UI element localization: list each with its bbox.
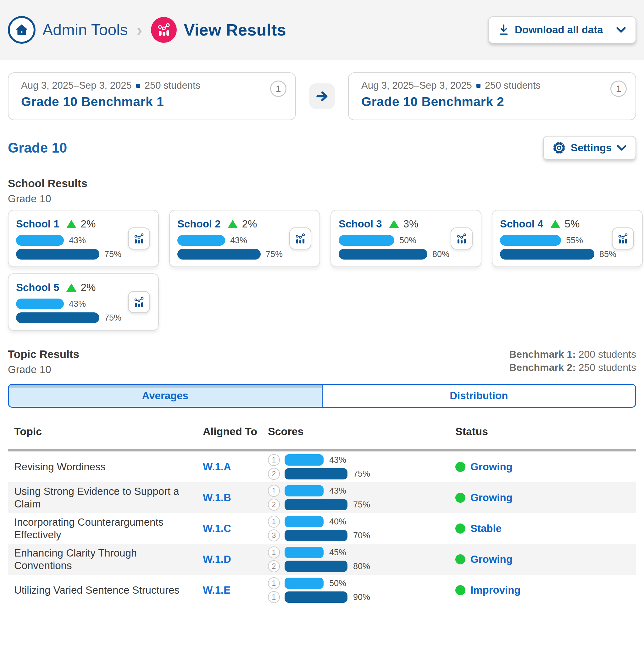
school-chart-button[interactable] xyxy=(289,227,311,249)
school-card: School 1 2% 43% 75% xyxy=(8,210,159,267)
score-number-badge: 1 xyxy=(268,516,280,527)
column-header-status: Status xyxy=(455,425,636,437)
score-bar xyxy=(284,547,324,558)
score-bar xyxy=(284,591,347,603)
benchmark-from-card[interactable]: Aug 3, 2025–Sep 3, 2025 250 students Gra… xyxy=(8,72,296,120)
scores-cell: 1 43% 2 75% xyxy=(268,451,455,482)
benchmark1-score-line: 1 43% xyxy=(268,454,455,466)
school-chart-button[interactable] xyxy=(451,227,473,249)
score-bar xyxy=(284,530,347,541)
score-number-badge: 1 xyxy=(268,454,280,466)
compare-arrow-button[interactable] xyxy=(309,83,335,109)
status-label[interactable]: Growing xyxy=(470,492,512,504)
benchmark1-bar-label: 43% xyxy=(69,299,86,309)
score-number-badge: 2 xyxy=(268,468,280,480)
trend-up-icon xyxy=(389,220,399,228)
score-value-label: 90% xyxy=(353,592,370,602)
status-label[interactable]: Stable xyxy=(470,523,502,535)
status-dot-icon xyxy=(455,523,465,534)
bar-line-chart-icon xyxy=(294,232,307,245)
table-header-row: Topic Aligned To Scores Status xyxy=(8,422,636,441)
status-label[interactable]: Growing xyxy=(470,461,512,473)
school-change-value: 5% xyxy=(565,218,580,230)
status-cell: Stable xyxy=(455,523,636,535)
settings-button[interactable]: Settings xyxy=(543,136,636,160)
score-bar xyxy=(284,561,347,572)
aligned-to-link[interactable]: W.1.C xyxy=(203,523,268,535)
status-label[interactable]: Growing xyxy=(470,554,512,565)
bar-line-chart-icon xyxy=(455,232,468,245)
view-results-page: Admin Tools › View Results xyxy=(0,0,644,655)
breadcrumb-admin-tools-link[interactable]: Admin Tools xyxy=(43,21,128,39)
topic-cell: Incorporating Counterarguments Effective… xyxy=(14,516,203,541)
benchmark1-bar-label: 43% xyxy=(69,235,86,245)
table-row: Utilizing Varied Sentence Structures W.1… xyxy=(8,575,636,606)
benchmark2-score-line: 3 70% xyxy=(268,529,455,541)
benchmark2-bar-label: 80% xyxy=(432,249,450,259)
school-chart-button[interactable] xyxy=(128,291,150,313)
status-label[interactable]: Improving xyxy=(470,584,521,596)
download-all-data-button[interactable]: Download all data xyxy=(488,16,636,43)
benchmark2-count-value: 250 students xyxy=(579,362,636,373)
arrow-right-icon xyxy=(315,89,329,104)
grade-header-row: Grade 10 Settings xyxy=(8,136,636,160)
school-card: School 2 2% 43% 75% xyxy=(169,210,320,267)
school-results-title: School Results xyxy=(8,177,636,190)
topic-cell: Enhancing Clarity Through Conventions xyxy=(14,547,203,572)
school-change-value: 2% xyxy=(81,281,96,294)
benchmark1-score-line: 1 43% xyxy=(268,485,455,497)
page-title: View Results xyxy=(184,20,286,39)
score-value-label: 80% xyxy=(353,562,370,571)
column-header-topic: Topic xyxy=(14,425,203,437)
home-button[interactable] xyxy=(8,16,36,44)
topic-results-table: Topic Aligned To Scores Status Revising … xyxy=(8,422,636,606)
benchmark1-bar xyxy=(177,235,225,246)
benchmark2-score-line: 2 80% xyxy=(268,560,455,572)
topic-results-title: Topic Results xyxy=(8,348,79,361)
score-number-badge: 1 xyxy=(268,546,280,559)
tab-distribution[interactable]: Distribution xyxy=(322,385,636,407)
chevron-down-icon xyxy=(616,26,626,33)
benchmark-from-date-range: Aug 3, 2025–Sep 3, 2025 xyxy=(21,80,132,91)
school-chart-button[interactable] xyxy=(128,227,150,249)
benchmark-comparison: Aug 3, 2025–Sep 3, 2025 250 students Gra… xyxy=(8,72,636,120)
tab-averages[interactable]: Averages xyxy=(9,385,322,407)
school-results-grid: School 1 2% 43% 75% xyxy=(8,210,636,331)
benchmark-to-title: Grade 10 Benchmark 2 xyxy=(361,94,623,109)
settings-button-label: Settings xyxy=(571,142,612,154)
scores-cell: 1 40% 3 70% xyxy=(268,513,455,544)
school-card: School 3 3% 50% 80% xyxy=(330,210,481,267)
trend-up-icon xyxy=(66,220,76,228)
school-change-value: 3% xyxy=(404,218,418,230)
benchmark2-score-line: 2 75% xyxy=(268,468,455,480)
school-name: School 1 xyxy=(16,218,60,230)
benchmark2-bar xyxy=(339,249,427,259)
table-row: Enhancing Clarity Through Conventions W.… xyxy=(8,544,636,575)
benchmark-to-card[interactable]: Aug 3, 2025–Sep 3, 2025 250 students Gra… xyxy=(348,72,636,120)
status-dot-icon xyxy=(455,493,465,503)
trend-up-icon xyxy=(66,284,76,292)
aligned-to-link[interactable]: W.1.E xyxy=(203,584,268,596)
column-header-scores: Scores xyxy=(268,425,455,437)
benchmark2-bar-label: 85% xyxy=(599,249,616,259)
score-value-label: 43% xyxy=(329,455,346,465)
benchmark-to-number-badge: 1 xyxy=(611,81,627,97)
chevron-down-icon xyxy=(617,144,627,151)
school-results-subtitle: Grade 10 xyxy=(8,193,636,205)
topic-results-header: Topic Results Grade 10 Benchmark 1: 200 … xyxy=(8,348,636,376)
score-number-badge: 3 xyxy=(268,529,280,541)
aligned-to-link[interactable]: W.1.A xyxy=(203,461,268,473)
topic-cell: Using Strong Evidence to Support a Claim xyxy=(14,485,203,510)
benchmark-from-number-badge: 1 xyxy=(270,81,286,97)
score-number-badge: 2 xyxy=(268,499,280,511)
aligned-to-link[interactable]: W.1.D xyxy=(203,554,268,565)
school-chart-button[interactable] xyxy=(612,227,634,249)
school-card: School 4 5% 55% 85% xyxy=(492,210,643,267)
score-bar xyxy=(284,485,324,496)
school-name: School 4 xyxy=(500,218,543,230)
status-cell: Growing xyxy=(455,492,636,504)
benchmark1-score-line: 1 45% xyxy=(268,546,455,559)
grade-heading: Grade 10 xyxy=(8,140,67,156)
aligned-to-link[interactable]: W.1.B xyxy=(203,492,268,504)
scores-cell: 1 43% 2 75% xyxy=(268,482,455,513)
